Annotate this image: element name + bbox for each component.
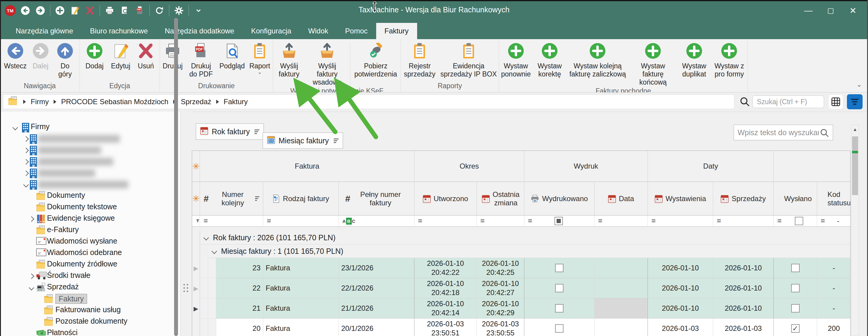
filter-cell-sprzedazy[interactable]: = (713, 215, 774, 227)
filter-cell-wystawienia[interactable]: = (648, 215, 713, 227)
ribbon-button-dodaj[interactable]: Dodaj (84, 41, 105, 71)
column-header-pelny[interactable]: #Pełny numer faktury (339, 182, 414, 215)
minimize-button[interactable]: — (800, 3, 817, 18)
cell-kod-statusu[interactable]: 200 (817, 318, 850, 336)
invoice-row-21[interactable]: 21Faktura21/1/20262026-01-1020:42:142026… (216, 298, 850, 318)
tree-item-fakturowanie-usług[interactable]: Fakturowanie usług (0, 305, 173, 316)
ribbon-button-wyślij-faktury[interactable]: Wyślij faktury (273, 41, 305, 79)
column-header-wydrukowano[interactable]: Wydrukowano (524, 182, 594, 215)
dropdown-chevron-icon[interactable]: ⌄ (257, 70, 262, 74)
cell-wydrukowano[interactable] (524, 318, 594, 336)
filter-cell-rodzaj[interactable]: = (263, 215, 339, 227)
filter-cell-ostatnia[interactable]: = (477, 215, 524, 227)
invoice-row-23[interactable]: 23Faktura23/1/20262026-01-1020:42:222026… (216, 258, 850, 278)
cell-ostatnia-zmiana[interactable]: 2026-01-1020:42:27 (477, 278, 524, 298)
row-indicator-cell[interactable]: ▶ (192, 298, 200, 318)
cell-data[interactable] (594, 298, 648, 318)
expander-expand-icon[interactable] (23, 147, 29, 153)
column-header-wystawienia[interactable]: Wystawienia (648, 182, 713, 215)
tree-item-faktury[interactable]: Faktury (0, 293, 173, 305)
row-indicator-cell[interactable] (192, 318, 200, 336)
row-indicator-cell[interactable]: ▶ (192, 258, 200, 278)
column-group-header-daty[interactable]: Daty (648, 151, 774, 182)
checkbox-wyslano[interactable] (791, 284, 800, 292)
ribbon-collapse-chevron-icon[interactable]: ⌄ (857, 81, 862, 89)
ribbon-button-wystaw-ponownie[interactable]: Wystaw ponownie (499, 41, 533, 79)
tree-item-ewidencje-księgowe[interactable]: Ewidencje księgowe (0, 213, 173, 225)
filter-checkbox[interactable] (555, 217, 563, 225)
cell-ostatnia-zmiana[interactable]: 2026-01-1020:42:29 (477, 298, 524, 318)
column-header-ostatnia[interactable]: Ostatnia zmiana (477, 182, 524, 215)
cell-wystawienia[interactable]: 2026-01-10 (648, 258, 713, 278)
ribbon-button-wystaw-korektę[interactable]: Wystaw korektę (533, 41, 566, 79)
print-icon[interactable] (104, 5, 115, 16)
column-group-header-wydruk[interactable]: Wydruk (524, 151, 648, 182)
delete-icon[interactable] (85, 5, 95, 16)
ribbon-button-rejestr-sprzedaży[interactable]: Rejestr sprzedaży (401, 41, 438, 79)
expander-collapse-icon[interactable] (29, 285, 34, 290)
ribbon-button-wystaw-z-pro-formy[interactable]: Wystaw z pro formy (711, 41, 747, 79)
filter-cell-data[interactable]: = (594, 215, 648, 227)
expander-collapse-icon[interactable] (12, 125, 18, 130)
cell-sprzedazy[interactable]: 2026-01-10 (713, 258, 774, 278)
tab-narz-dzia-dodatkowe[interactable]: Narzędzia dodatkowe (156, 23, 243, 39)
grid-scrollbar-thumb[interactable] (852, 136, 858, 195)
cell-pelny-numer[interactable]: 22/1/2026 (339, 278, 414, 298)
column-header-sprzedazy[interactable]: Sprzedaży (713, 182, 774, 215)
cell-wyslano[interactable] (774, 258, 817, 278)
tree-item-redacted-company[interactable] (0, 156, 173, 167)
group-chip-rok-faktury[interactable]: Rok faktury (196, 124, 264, 140)
checkbox-wydrukowano[interactable] (555, 304, 563, 312)
checkbox-wyslano[interactable] (791, 324, 800, 333)
cell-wydrukowano[interactable] (524, 298, 594, 318)
add-icon[interactable] (55, 5, 65, 16)
filter-cell-utworzono[interactable]: = (414, 215, 477, 227)
expander-expand-icon[interactable] (23, 136, 29, 141)
ribbon-button-edytuj[interactable]: Edytuj (109, 41, 132, 71)
breadcrumb-item-firmy[interactable]: Firmy (31, 98, 49, 106)
row-indicator-cell[interactable]: ▶ (192, 278, 200, 298)
tree-item-e-faktury[interactable]: e-Faktury (0, 225, 173, 236)
cell-data[interactable] (594, 258, 648, 278)
cell-rodzaj-faktury[interactable]: Faktura (263, 258, 339, 278)
tree-item-redacted-company[interactable] (0, 167, 173, 179)
cell-wystawienia[interactable]: 2026-01-03 (648, 318, 713, 336)
tree-item-dokumenty-tekstowe[interactable]: Dokumenty tekstowe (0, 202, 173, 213)
grid-scrollbar[interactable]: ▲ (851, 125, 859, 336)
cell-utworzono[interactable]: 2026-01-1020:42:18 (414, 278, 477, 298)
cell-kod-statusu[interactable]: - (817, 258, 850, 278)
expander-expand-icon[interactable] (23, 159, 29, 164)
tab-faktury[interactable]: Faktury (376, 23, 417, 39)
cell-ostatnia-zmiana[interactable]: 2026-01-0323:50:55 (477, 318, 524, 336)
column-header-rodzaj[interactable]: Rodzaj faktury (263, 182, 339, 215)
ribbon-button-usuń[interactable]: Usuń (136, 41, 156, 71)
grid-search-input[interactable] (734, 125, 833, 140)
ribbon-button-wstecz[interactable]: Wstecz (2, 41, 28, 71)
cell-sprzedazy[interactable]: 2026-01-10 (713, 278, 774, 298)
cell-data[interactable] (594, 318, 648, 336)
print-pdf-icon[interactable]: PDF (134, 5, 145, 16)
cell-utworzono[interactable]: 2026-01-1020:42:14 (414, 298, 477, 318)
cell-numer-kolejny[interactable]: 23 (216, 258, 263, 278)
cell-pelny-numer[interactable]: 20/1/2026 (339, 318, 414, 336)
nav-forward-icon[interactable] (35, 5, 46, 16)
cell-rodzaj-faktury[interactable]: Faktura (263, 298, 339, 318)
filter-cell-pelny[interactable]: ABC (339, 215, 414, 227)
breadcrumb-item-procode-sebastian-mo-dzioch[interactable]: PROCODE Sebastian Moździoch (61, 98, 168, 106)
filter-row-funnel-icon[interactable] (192, 215, 200, 227)
ribbon-button-do-góry[interactable]: Do góry (53, 41, 78, 79)
ribbon-button-dalej[interactable]: Dalej (31, 41, 51, 71)
cell-pelny-numer[interactable]: 21/1/2026 (339, 298, 414, 318)
tree-item-redacted-company[interactable] (0, 144, 173, 156)
tree-item-płatności[interactable]: Płatności (0, 328, 173, 336)
checkbox-wydrukowano[interactable] (555, 284, 563, 292)
ribbon-button-wyślij-faktury-wsadowo[interactable]: Wyślij faktury wsadowo (305, 41, 349, 87)
grid-view-button[interactable] (828, 94, 843, 109)
filter-cell-wydrukowano[interactable]: = (524, 215, 594, 227)
tree-item-środki-trwałe[interactable]: Środki trwałe (0, 270, 173, 282)
cell-kod-statusu[interactable]: - (817, 298, 850, 318)
ribbon-button-drukuj-do-pdf[interactable]: PDFDrukuj do PDF (185, 41, 217, 79)
close-button[interactable]: ✕ (844, 3, 861, 18)
ribbon-button-ewidencja-sprzedaży-ip-box[interactable]: Ewidencja sprzedaży IP BOX (438, 41, 499, 79)
cell-ostatnia-zmiana[interactable]: 2026-01-1020:42:25 (477, 258, 524, 278)
